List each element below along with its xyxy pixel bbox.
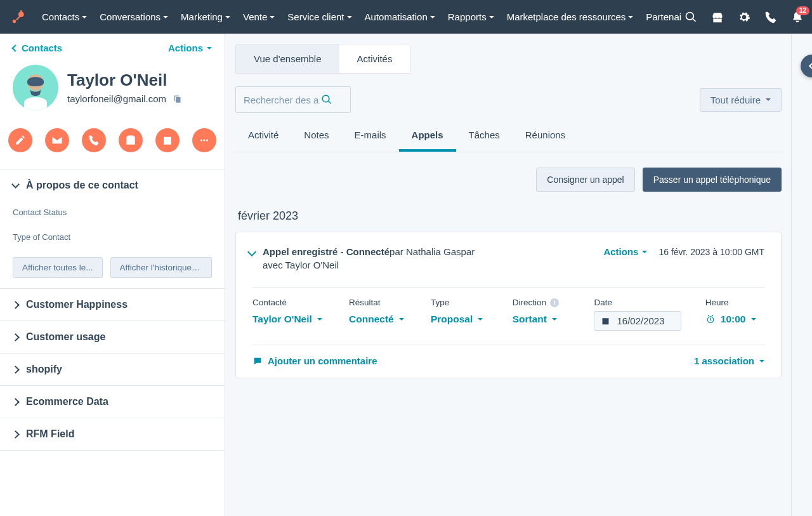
- nav-item-marketing[interactable]: Marketing: [174, 8, 237, 26]
- chevron-down-icon: [347, 16, 352, 18]
- svg-point-7: [204, 140, 206, 142]
- field-label-contact-status: Contact Status: [13, 208, 212, 217]
- chevron-down-icon: [430, 16, 435, 18]
- chevron-down-icon: [489, 16, 494, 18]
- breadcrumb-back[interactable]: Contacts: [13, 43, 62, 53]
- card-timestamp: 16 févr. 2023 à 10:00 GMT: [658, 247, 764, 257]
- activity-search[interactable]: [235, 86, 351, 113]
- chevron-down-icon: [552, 318, 557, 321]
- section-shopify[interactable]: shopify: [0, 354, 225, 385]
- chevron-left-icon: [11, 44, 18, 51]
- section-customer-happiness[interactable]: Customer Happiness: [0, 289, 225, 321]
- associations-dropdown[interactable]: 1 association: [694, 355, 764, 366]
- make-call-button[interactable]: Passer un appel téléphonique: [643, 168, 782, 192]
- section-customer-usage[interactable]: Customer usage: [0, 321, 225, 353]
- section-about-header[interactable]: À propos de ce contact: [0, 169, 225, 201]
- label-time: Heure: [705, 298, 764, 307]
- date-input[interactable]: 16/02/2023: [594, 311, 681, 331]
- collapse-all-button[interactable]: Tout réduire: [700, 88, 782, 112]
- chevron-down-icon: [207, 47, 212, 50]
- field-label-type-of-contact: Type of Contact: [13, 232, 212, 242]
- chevron-right-icon: [11, 398, 20, 406]
- create-note-button[interactable]: [8, 128, 32, 152]
- section-ecommerce-data[interactable]: Ecommerce Data: [0, 386, 225, 418]
- marketplace-icon[interactable]: [710, 10, 724, 24]
- timeline-month: février 2023: [238, 209, 782, 223]
- chevron-down-icon: [163, 16, 168, 18]
- svg-rect-2: [16, 15, 21, 20]
- value-result[interactable]: Connecté: [349, 314, 416, 325]
- label-contacted: Contacté: [252, 298, 334, 307]
- chevron-down-icon: [82, 16, 87, 18]
- nav-item-contacts[interactable]: Contacts: [36, 8, 93, 26]
- nav-item-conversations[interactable]: Conversations: [93, 8, 174, 26]
- subtab-notes[interactable]: Notes: [291, 121, 341, 152]
- value-type[interactable]: Proposal: [431, 314, 497, 325]
- nav-items: Contacts Conversations Marketing Vente S…: [36, 8, 681, 26]
- comment-icon: [252, 356, 263, 366]
- chevron-down-icon: [766, 98, 771, 101]
- chevron-down-icon: [317, 318, 322, 321]
- svg-point-6: [200, 140, 202, 142]
- card-collapse-toggle[interactable]: [247, 248, 256, 256]
- chevron-right-icon: [11, 430, 20, 439]
- value-time[interactable]: 10:00: [705, 314, 764, 325]
- schedule-button[interactable]: [155, 128, 180, 152]
- chevron-down-icon: [11, 180, 20, 189]
- nav-item-automatisation[interactable]: Automatisation: [358, 8, 442, 26]
- hubspot-logo[interactable]: [10, 9, 27, 25]
- svg-point-8: [206, 140, 208, 142]
- label-date: Date: [594, 298, 690, 307]
- value-direction[interactable]: Sortant: [513, 314, 579, 325]
- svg-rect-3: [20, 10, 22, 13]
- tab-overview[interactable]: Vue d'ensemble: [236, 44, 339, 73]
- subtab-reunions[interactable]: Réunions: [513, 121, 578, 152]
- chevron-right-icon: [11, 301, 20, 309]
- top-nav: Contacts Conversations Marketing Vente S…: [0, 0, 812, 34]
- log-activity-button[interactable]: [119, 128, 143, 152]
- contact-name: Taylor O'Neil: [67, 71, 182, 89]
- contact-sidebar: Contacts Actions Taylor O'Neil taylorfon…: [0, 34, 225, 516]
- clock-icon: [705, 314, 716, 324]
- add-comment-button[interactable]: Ajouter un commentaire: [252, 355, 377, 366]
- nav-item-service[interactable]: Service client: [281, 8, 358, 26]
- show-property-history-button[interactable]: Afficher l'historique d...: [110, 257, 212, 278]
- subtab-emails[interactable]: E-mails: [342, 121, 399, 152]
- svg-point-1: [13, 19, 16, 22]
- subtab-appels[interactable]: Appels: [399, 121, 456, 152]
- chevron-right-icon: [11, 366, 20, 374]
- section-rfm-field[interactable]: RFM Field: [0, 418, 225, 450]
- chevron-down-icon: [270, 16, 275, 18]
- contact-avatar[interactable]: [13, 65, 58, 110]
- call-button[interactable]: [82, 128, 106, 152]
- info-icon[interactable]: i: [550, 298, 559, 307]
- chevron-down-icon: [478, 318, 483, 321]
- subtab-taches[interactable]: Tâches: [456, 121, 513, 152]
- nav-item-rapports[interactable]: Rapports: [442, 8, 501, 26]
- more-actions-button[interactable]: [192, 128, 216, 152]
- search-icon[interactable]: [684, 10, 698, 24]
- card-actions-dropdown[interactable]: Actions: [603, 246, 647, 257]
- chevron-down-icon: [399, 318, 404, 321]
- subtab-activite[interactable]: Activité: [235, 121, 291, 152]
- notifications-icon[interactable]: 12: [790, 10, 804, 24]
- notification-badge: 12: [796, 6, 809, 15]
- value-contacted[interactable]: Taylor O'Neil: [252, 314, 334, 325]
- log-call-button[interactable]: Consigner un appel: [536, 168, 634, 192]
- tab-activities[interactable]: Activités: [339, 44, 410, 73]
- main-content: Vue d'ensemble Activités Tout réduire Ac…: [225, 34, 812, 516]
- send-email-button[interactable]: [45, 128, 69, 152]
- nav-item-partenaires[interactable]: Partenaires: [639, 8, 681, 26]
- show-all-properties-button[interactable]: Afficher toutes le...: [13, 257, 103, 278]
- copy-icon[interactable]: [173, 94, 182, 103]
- chevron-down-icon: [642, 251, 647, 253]
- nav-item-vente[interactable]: Vente: [237, 8, 281, 26]
- card-title: Appel enregistré - Connectépar Nathalia …: [263, 246, 603, 257]
- settings-icon[interactable]: [737, 10, 751, 24]
- nav-item-marketplace[interactable]: Marketplace des ressources: [501, 8, 640, 26]
- activity-search-input[interactable]: [242, 94, 321, 106]
- chevron-down-icon: [628, 16, 633, 18]
- activity-subtabs: Activité Notes E-mails Appels Tâches Réu…: [235, 121, 782, 152]
- contact-actions-dropdown[interactable]: Actions: [168, 43, 212, 53]
- phone-icon[interactable]: [764, 10, 778, 24]
